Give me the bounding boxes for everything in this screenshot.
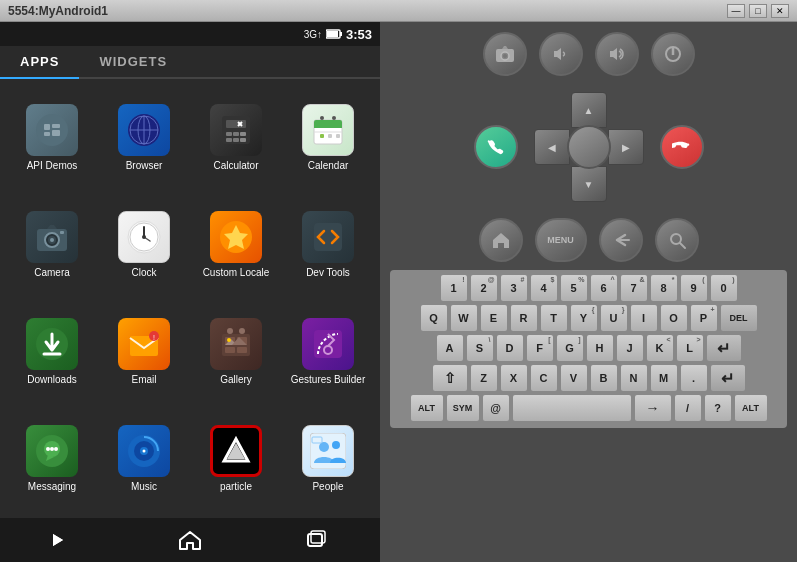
key-r[interactable]: R bbox=[510, 304, 538, 332]
key-4[interactable]: $4 bbox=[530, 274, 558, 302]
key-slash[interactable]: / bbox=[674, 394, 702, 422]
key-space[interactable] bbox=[512, 394, 632, 422]
dpad-center-button[interactable] bbox=[567, 125, 611, 169]
key-z[interactable]: Z bbox=[470, 364, 498, 392]
app-item-calculator[interactable]: Calculator bbox=[192, 87, 280, 190]
key-y[interactable]: {Y bbox=[570, 304, 598, 332]
key-u[interactable]: }U bbox=[600, 304, 628, 332]
key-h[interactable]: H bbox=[586, 334, 614, 362]
key-5[interactable]: %5 bbox=[560, 274, 588, 302]
key-i[interactable]: I bbox=[630, 304, 658, 332]
api-demos-icon-svg bbox=[34, 112, 70, 148]
music-icon-svg bbox=[126, 433, 162, 469]
key-7[interactable]: &7 bbox=[620, 274, 648, 302]
svg-rect-7 bbox=[52, 130, 60, 136]
key-alt-left[interactable]: ALT bbox=[410, 394, 444, 422]
call-button[interactable] bbox=[474, 125, 518, 169]
key-9[interactable]: (9 bbox=[680, 274, 708, 302]
app-item-browser[interactable]: Browser bbox=[100, 87, 188, 190]
key-t[interactable]: T bbox=[540, 304, 568, 332]
key-k[interactable]: <K bbox=[646, 334, 674, 362]
key-2[interactable]: @2 bbox=[470, 274, 498, 302]
app-item-clock[interactable]: Clock bbox=[100, 194, 188, 297]
svg-rect-18 bbox=[226, 138, 232, 142]
app-item-calendar[interactable]: Calendar bbox=[284, 87, 372, 190]
key-enter[interactable]: ↵ bbox=[706, 334, 742, 362]
key-s[interactable]: \S bbox=[466, 334, 494, 362]
app-icon-particle bbox=[210, 425, 262, 477]
key-f[interactable]: [F bbox=[526, 334, 554, 362]
dpad-up-button[interactable]: ▲ bbox=[571, 92, 607, 128]
app-item-api-demos[interactable]: API Demos bbox=[8, 87, 96, 190]
home-control-button[interactable] bbox=[479, 218, 523, 262]
app-icon-clock bbox=[118, 211, 170, 263]
key-period[interactable]: . bbox=[680, 364, 708, 392]
key-del[interactable]: DEL bbox=[720, 304, 758, 332]
key-l[interactable]: >L bbox=[676, 334, 704, 362]
key-c[interactable]: C bbox=[530, 364, 558, 392]
search-control-button[interactable] bbox=[655, 218, 699, 262]
key-a[interactable]: A bbox=[436, 334, 464, 362]
app-item-dev-tools[interactable]: Dev Tools bbox=[284, 194, 372, 297]
calendar-icon-svg bbox=[310, 112, 346, 148]
key-0[interactable]: )0 bbox=[710, 274, 738, 302]
app-item-particle[interactable]: particle bbox=[192, 407, 280, 510]
camera-control-button[interactable] bbox=[483, 32, 527, 76]
tab-apps[interactable]: APPS bbox=[0, 46, 79, 79]
app-item-messaging[interactable]: Messaging bbox=[8, 407, 96, 510]
home-button[interactable] bbox=[172, 522, 208, 558]
recent-button[interactable] bbox=[299, 522, 335, 558]
dpad-section: ▲ ▼ ◀ ▶ bbox=[390, 84, 787, 210]
key-q[interactable]: Q bbox=[420, 304, 448, 332]
app-item-custom-locale[interactable]: Custom Locale bbox=[192, 194, 280, 297]
key-enter2[interactable]: ↵ bbox=[710, 364, 746, 392]
key-question[interactable]: ? bbox=[704, 394, 732, 422]
key-d[interactable]: D bbox=[496, 334, 524, 362]
app-item-gallery[interactable]: Gallery bbox=[192, 301, 280, 404]
back-button[interactable] bbox=[45, 522, 81, 558]
volume-down-button[interactable] bbox=[539, 32, 583, 76]
app-item-music[interactable]: Music bbox=[100, 407, 188, 510]
maximize-button[interactable]: □ bbox=[749, 4, 767, 18]
key-g[interactable]: ]G bbox=[556, 334, 584, 362]
key-3[interactable]: #3 bbox=[500, 274, 528, 302]
app-item-gestures-builder[interactable]: Gestures Builder bbox=[284, 301, 372, 404]
key-e[interactable]: E bbox=[480, 304, 508, 332]
minimize-button[interactable]: — bbox=[727, 4, 745, 18]
key-n[interactable]: N bbox=[620, 364, 648, 392]
end-call-button[interactable] bbox=[660, 125, 704, 169]
app-item-camera[interactable]: Camera bbox=[8, 194, 96, 297]
key-alt-right[interactable]: ALT bbox=[734, 394, 768, 422]
key-at[interactable]: @ bbox=[482, 394, 510, 422]
key-sym[interactable]: SYM bbox=[446, 394, 480, 422]
power-button[interactable] bbox=[651, 32, 695, 76]
svg-rect-14 bbox=[226, 120, 246, 128]
key-1[interactable]: !1 bbox=[440, 274, 468, 302]
key-shift[interactable]: ⇧ bbox=[432, 364, 468, 392]
dpad-left-button[interactable]: ◀ bbox=[534, 129, 570, 165]
key-8[interactable]: *8 bbox=[650, 274, 678, 302]
app-item-people[interactable]: People bbox=[284, 407, 372, 510]
key-o[interactable]: O bbox=[660, 304, 688, 332]
dpad-down-button[interactable]: ▼ bbox=[571, 166, 607, 202]
key-m[interactable]: M bbox=[650, 364, 678, 392]
close-button[interactable]: ✕ bbox=[771, 4, 789, 18]
app-item-downloads[interactable]: Downloads bbox=[8, 301, 96, 404]
key-v[interactable]: V bbox=[560, 364, 588, 392]
clock-icon-svg bbox=[126, 219, 162, 255]
home-icon bbox=[178, 529, 202, 551]
app-item-email[interactable]: ! Email bbox=[100, 301, 188, 404]
tab-widgets[interactable]: WIDGETS bbox=[79, 46, 187, 77]
people-icon-svg bbox=[310, 433, 346, 469]
key-6[interactable]: ^6 bbox=[590, 274, 618, 302]
menu-control-button[interactable]: MENU bbox=[535, 218, 587, 262]
key-j[interactable]: J bbox=[616, 334, 644, 362]
key-arrow-right[interactable]: → bbox=[634, 394, 672, 422]
back-control-button[interactable] bbox=[599, 218, 643, 262]
dpad-right-button[interactable]: ▶ bbox=[608, 129, 644, 165]
key-w[interactable]: W bbox=[450, 304, 478, 332]
key-x[interactable]: X bbox=[500, 364, 528, 392]
key-p[interactable]: +P bbox=[690, 304, 718, 332]
key-b[interactable]: B bbox=[590, 364, 618, 392]
volume-up-button[interactable] bbox=[595, 32, 639, 76]
